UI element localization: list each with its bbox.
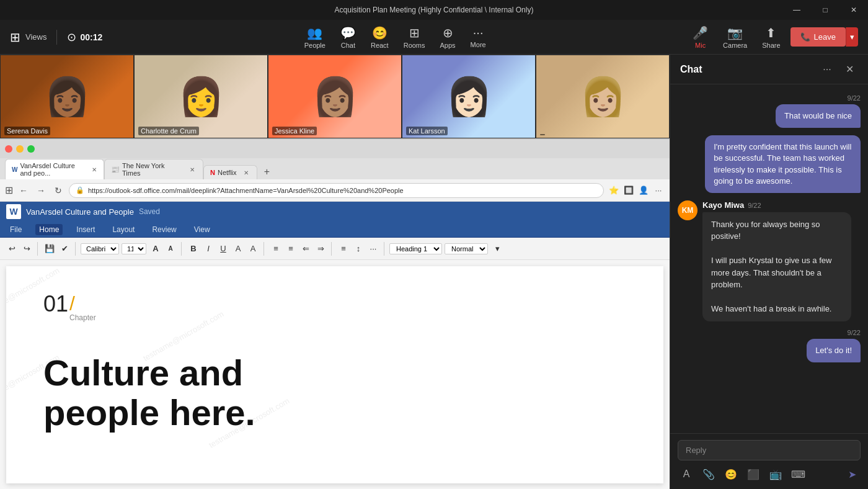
chat-label: Chat xyxy=(341,42,355,49)
indent-decrease-button[interactable]: ⇐ xyxy=(299,242,312,256)
style-selector[interactable]: Normal xyxy=(445,243,488,254)
react-button[interactable]: 😊 React xyxy=(371,25,389,49)
more-styles-button[interactable]: ▾ xyxy=(490,242,504,256)
save-button[interactable]: 💾 xyxy=(43,242,56,256)
sticker-button[interactable]: 📺 xyxy=(767,465,784,483)
heading-selector[interactable]: Heading 1 xyxy=(389,243,442,254)
refresh-button[interactable]: ↻ xyxy=(51,184,65,197)
person-face-2: 👩 xyxy=(178,74,224,119)
italic-button[interactable]: I xyxy=(202,242,215,256)
back-button[interactable]: ← xyxy=(17,184,30,197)
bookmark-icon[interactable]: ⭐ xyxy=(608,184,620,197)
minimize-button[interactable]: — xyxy=(782,0,811,20)
forward-button[interactable]: → xyxy=(34,184,48,197)
browser-window-controls xyxy=(5,145,35,153)
emoji-button[interactable]: 😊 xyxy=(722,465,740,483)
more-format-button[interactable]: ··· xyxy=(366,242,380,256)
message-2: I'm pretty confident that this launch wi… xyxy=(705,135,861,193)
react-label: React xyxy=(371,42,389,49)
leave-dropdown-button[interactable]: ▾ xyxy=(846,27,858,47)
chat-button[interactable]: 💬 Chat xyxy=(340,25,356,49)
word-menu-layout[interactable]: Layout xyxy=(108,224,138,235)
people-icon: 👥 xyxy=(307,25,322,40)
rooms-button[interactable]: ⊞ Rooms xyxy=(404,25,425,49)
align-button[interactable]: ≡ xyxy=(337,242,350,256)
views-section: ⊞ Views xyxy=(10,30,57,45)
giphy-button[interactable]: ⬛ xyxy=(745,465,762,483)
word-menu-view[interactable]: View xyxy=(190,224,214,235)
bold-button[interactable]: B xyxy=(187,242,200,256)
browser-tab-2[interactable]: 📰 The New York Times ✕ xyxy=(104,159,203,179)
word-menu-bar: File Home Insert Layout Review View xyxy=(0,222,670,238)
message-4: 9/22 Let's do it! xyxy=(807,329,861,362)
kayo-msg-text-1: Thank you for always being so positive! xyxy=(711,220,820,241)
extension-icon-2[interactable]: 👤 xyxy=(637,184,650,197)
phone-icon: 📞 xyxy=(800,32,810,42)
decrease-font-button[interactable]: A xyxy=(164,242,177,256)
more-nav-icon[interactable]: ··· xyxy=(652,184,665,197)
tab-1-label: VanArsdel Culture and peo... xyxy=(20,162,86,177)
attach-button[interactable]: 📎 xyxy=(700,465,717,483)
bullets-button[interactable]: ≡ xyxy=(269,242,283,256)
highlight-button[interactable]: A xyxy=(231,242,245,256)
autosave-button[interactable]: ✔ xyxy=(58,242,71,256)
browser-close-btn[interactable] xyxy=(5,145,12,153)
more-button[interactable]: ··· More xyxy=(471,25,486,48)
indent-increase-button[interactable]: ⇒ xyxy=(314,242,327,256)
tab-3-close[interactable]: ✕ xyxy=(242,168,250,177)
word-menu-file[interactable]: File xyxy=(6,224,25,235)
word-menu-home[interactable]: Home xyxy=(35,224,63,235)
format-text-button[interactable]: A xyxy=(678,465,695,483)
new-tab-button[interactable]: + xyxy=(260,164,275,179)
extension-icon-1[interactable]: 🔲 xyxy=(622,184,635,197)
word-menu-insert[interactable]: Insert xyxy=(73,224,99,235)
participant-tile-4: 👩🏻 Kat Larsson xyxy=(402,55,536,138)
title-bar: Acquisition Plan Meeting (Highly Confide… xyxy=(0,0,868,20)
apps-button[interactable]: ⊕ Apps xyxy=(440,25,456,49)
window-controls: — □ ✕ xyxy=(782,0,868,20)
browser-tab-1[interactable]: W VanArsdel Culture and peo... ✕ xyxy=(5,159,104,179)
numbering-button[interactable]: ≡ xyxy=(284,242,298,256)
share-button[interactable]: ⬆ Share xyxy=(757,23,785,52)
browser-maximize-btn[interactable] xyxy=(27,145,35,153)
font-selector[interactable]: Calibri xyxy=(81,243,119,254)
chapter-slash: / xyxy=(69,292,75,315)
browser-grid-icon: ⊞ xyxy=(5,184,13,196)
font-color-button[interactable]: A xyxy=(246,242,260,256)
right-tools: 🎤 Mic 📷 Camera ⬆ Share 📞 Leave ▾ xyxy=(688,23,858,52)
browser-minimize-btn[interactable] xyxy=(16,145,24,153)
kayo-msg-text-3: We haven't had a break in awhile. xyxy=(711,304,831,313)
send-button[interactable]: ➤ xyxy=(843,465,861,483)
document-content[interactable]: testname@microsoft.com testname@microsof… xyxy=(0,260,670,489)
netflix-icon: N xyxy=(210,169,215,176)
close-button[interactable]: ✕ xyxy=(839,0,868,20)
underline-button[interactable]: U xyxy=(216,242,230,256)
spacing-button[interactable]: ↕ xyxy=(352,242,365,256)
address-bar[interactable]: 🔒 https://outlook-sdf.office.com/mail/de… xyxy=(69,183,604,198)
msg-1-date: 9/22 xyxy=(776,94,861,102)
msg-4-text: Let's do it! xyxy=(815,346,852,355)
more-actions-button[interactable]: ⌨ xyxy=(789,465,807,483)
grid-icon: ⊞ xyxy=(10,30,20,45)
chat-reply-input[interactable]: Reply xyxy=(678,440,861,460)
tab-2-close[interactable]: ✕ xyxy=(188,165,197,174)
mic-button[interactable]: 🎤 Mic xyxy=(688,23,713,52)
tab-1-close[interactable]: ✕ xyxy=(91,165,97,174)
camera-button[interactable]: 📷 Camera xyxy=(718,23,752,52)
people-button[interactable]: 👥 People xyxy=(304,25,326,49)
maximize-button[interactable]: □ xyxy=(811,0,839,20)
undo-button[interactable]: ↩ xyxy=(5,242,19,256)
video-area: 👩🏾 Serena Davis 👩 Charlotte de Crum 👩🏽 J… xyxy=(0,55,670,489)
leave-button[interactable]: 📞 Leave xyxy=(790,27,846,47)
word-menu-review[interactable]: Review xyxy=(148,224,180,235)
font-size-selector[interactable]: 11 xyxy=(122,243,146,254)
browser-tab-3[interactable]: N Netflix ✕ xyxy=(203,165,257,179)
participant-name-5 xyxy=(540,134,545,135)
chapter-label: Chapter xyxy=(69,313,626,322)
center-tools: 👥 People 💬 Chat 😊 React ⊞ Rooms ⊕ Apps ·… xyxy=(102,25,688,49)
redo-button[interactable]: ↪ xyxy=(20,242,33,256)
text-size-group: A A xyxy=(149,242,182,256)
chat-close-button[interactable]: ✕ xyxy=(841,61,858,78)
increase-font-button[interactable]: A xyxy=(149,242,162,256)
chat-more-button[interactable]: ··· xyxy=(818,61,836,78)
